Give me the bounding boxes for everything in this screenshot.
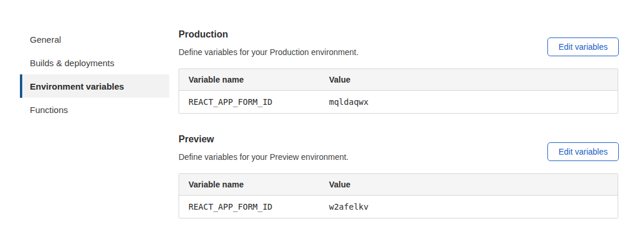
sidebar-item-label: Environment variables bbox=[30, 81, 124, 91]
value-column-header: Value bbox=[320, 69, 618, 91]
production-section-title: Production bbox=[179, 29, 228, 40]
sidebar-item-label: General bbox=[30, 35, 61, 45]
variable-name-column-header: Variable name bbox=[179, 174, 320, 196]
production-edit-variables-button[interactable]: Edit variables bbox=[547, 37, 619, 56]
variable-name-cell: REACT_APP_FORM_ID bbox=[179, 196, 320, 218]
production-env-vars-table: Variable name Value REACT_APP_FORM_ID mq… bbox=[179, 69, 618, 114]
sidebar-item-general[interactable]: General bbox=[20, 28, 169, 51]
sidebar-item-environment-variables[interactable]: Environment variables bbox=[20, 74, 169, 98]
variable-value-cell: w2afelkv bbox=[320, 196, 618, 218]
table-header-row: Variable name Value bbox=[179, 174, 618, 196]
sidebar-item-label: Builds & deployments bbox=[30, 58, 114, 68]
variable-value-cell: mqldaqwx bbox=[320, 91, 618, 113]
settings-page: General Builds & deployments Environment… bbox=[0, 0, 644, 246]
sidebar-item-builds-deployments[interactable]: Builds & deployments bbox=[20, 51, 169, 74]
sidebar-item-label: Functions bbox=[30, 105, 68, 115]
table-row: REACT_APP_FORM_ID mqldaqwx bbox=[179, 91, 618, 113]
value-column-header: Value bbox=[320, 174, 618, 196]
variable-name-column-header: Variable name bbox=[179, 69, 320, 91]
preview-env-vars-table: Variable name Value REACT_APP_FORM_ID w2… bbox=[179, 173, 618, 218]
production-section: Production Define variables for your Pro… bbox=[179, 29, 618, 122]
preview-section-title: Preview bbox=[179, 134, 214, 145]
production-section-description: Define variables for your Production env… bbox=[179, 47, 358, 58]
table-header-row: Variable name Value bbox=[179, 69, 618, 91]
preview-section: Preview Define variables for your Previe… bbox=[179, 134, 618, 227]
sidebar-item-functions[interactable]: Functions bbox=[20, 98, 169, 121]
table-row: REACT_APP_FORM_ID w2afelkv bbox=[179, 196, 618, 218]
variable-name-cell: REACT_APP_FORM_ID bbox=[179, 91, 320, 113]
preview-section-description: Define variables for your Preview enviro… bbox=[179, 152, 348, 163]
preview-edit-variables-button[interactable]: Edit variables bbox=[547, 142, 619, 161]
settings-sidebar: General Builds & deployments Environment… bbox=[20, 28, 169, 121]
